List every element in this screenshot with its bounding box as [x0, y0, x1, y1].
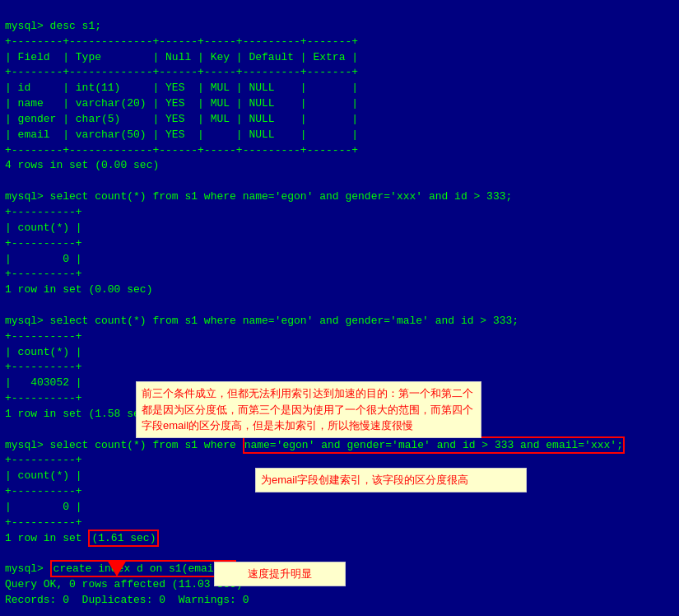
highlight-create-index: create index d on s1(email); [50, 560, 236, 577]
line-12: +----------+ [5, 206, 82, 218]
line-14: +----------+ [5, 237, 82, 250]
line-27: | count(*) | [5, 469, 82, 482]
highlight-query1: name='egon' and gender='male' and id > 3… [243, 436, 625, 454]
terminal-output: mysql> desc s1; +--------+-------------+… [0, 0, 679, 616]
line-9: +--------+-------------+------+-----+---… [5, 144, 358, 156]
line-19: +----------+ [5, 330, 82, 343]
line-11: mysql> select count(*) from s1 where nam… [5, 190, 512, 203]
line-29: | 0 | [5, 501, 82, 513]
line-26: +----------+ [5, 454, 82, 466]
line-28: +----------+ [5, 485, 82, 497]
line-23: +----------+ [5, 392, 82, 404]
line-17: 1 row in set (0.00 sec) [5, 283, 152, 296]
line-7: | gender | char(5) | YES | MUL | NULL | … [5, 113, 358, 125]
line-4: +--------+-------------+------+-----+---… [5, 66, 358, 78]
highlight-time1: (1.61 sec) [88, 530, 159, 547]
line-1: mysql> desc s1; [5, 20, 101, 32]
annotation-2: 为email字段创建索引，该字段的区分度很高 [255, 468, 527, 492]
line-21: +----------+ [5, 361, 82, 373]
line-10: 4 rows in set (0.00 sec) [5, 159, 159, 171]
line-34: Records: 0 Duplicates: 0 Warnings: 0 [5, 594, 249, 606]
line-18: mysql> select count(*) from s1 where nam… [5, 315, 519, 327]
line-20: | count(*) | [5, 346, 82, 358]
line-8: | email | varchar(50) | YES | | NULL | | [5, 128, 358, 141]
line-3: | Field | Type | Null | Key | Default | … [5, 51, 358, 63]
line-24: 1 row in set (1.58 sec) [5, 408, 152, 420]
line-2: +--------+-------------+------+-----+---… [5, 35, 358, 48]
line-30: +----------+ [5, 516, 82, 529]
annotation-1: 前三个条件成立，但都无法利用索引达到加速的目的：第一个和第二个都是因为区分度低，… [136, 381, 481, 438]
line-6: | name | varchar(20) | YES | MUL | NULL … [5, 97, 358, 110]
line-22: | 403052 | [5, 376, 82, 389]
line-16: +----------+ [5, 268, 82, 280]
line-25: mysql> select count(*) from s1 where nam… [5, 436, 625, 454]
line-31: 1 row in set (1.61 sec) [5, 530, 159, 547]
line-15: | 0 | [5, 253, 82, 265]
line-33: Query OK, 0 rows affected (11.03 sec) [5, 578, 243, 590]
line-13: | count(*) | [5, 222, 82, 234]
line-5: | id | int(11) | YES | MUL | NULL | | [5, 82, 358, 94]
down-arrow [107, 560, 127, 576]
terminal-container: mysql> desc s1; +--------+-------------+… [0, 0, 679, 616]
annotation-3: 速度提升明显 [214, 562, 346, 586]
